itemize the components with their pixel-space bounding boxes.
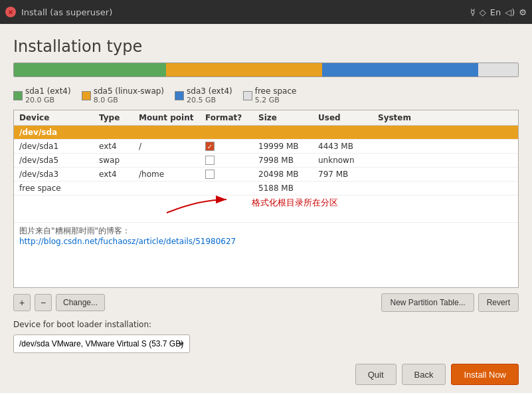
partition-table: Device Type Mount point Format? Size Use… (13, 110, 519, 288)
table-header: Device Type Mount point Format? Size Use… (14, 110, 518, 126)
row-format-cell (205, 156, 258, 165)
row-size: 7998 MB (258, 156, 318, 165)
col-type: Type (99, 113, 139, 122)
titlebar: ✕ Install (as superuser) ☿ ◇ En ◁) ⚙ (0, 0, 532, 24)
row-device: /dev/sda5 (19, 156, 99, 165)
legend-label-sda5: sda5 (linux-swap) (94, 86, 164, 96)
group-device-label: /dev/sda (19, 128, 513, 137)
table-group-header[interactable]: /dev/sda (14, 126, 518, 140)
legend-size-free: 5.2 GB (255, 96, 297, 104)
system-tray: ☿ ◇ En ◁) ⚙ (470, 7, 527, 17)
col-size: Size (258, 113, 318, 122)
disk-segment-sda5 (166, 63, 322, 76)
table-row[interactable]: /dev/sda5 swap 7998 MB unknown (14, 154, 518, 168)
add-partition-button[interactable]: + (13, 294, 31, 311)
row-type: ext4 (99, 142, 139, 151)
back-button[interactable]: Back (402, 364, 446, 385)
page-title-area: Installation type (0, 24, 532, 63)
image-credit: 图片来自"糟桐那时雨"的博客： http://blog.csdn.net/fuc… (14, 222, 518, 249)
row-used: unknown (318, 156, 378, 165)
col-format: Format? (205, 113, 258, 122)
page-title: Installation type (13, 37, 519, 56)
boot-device-select[interactable]: /dev/sda VMware, VMware Virtual S (53.7 … (13, 334, 190, 353)
credit-line1: 图片来自"糟桐那时雨"的博客： (19, 225, 513, 237)
row-mount: / (139, 142, 205, 151)
main-content: Installation type sda1 (ext4) 20.0 GB sd… (0, 24, 532, 393)
bottom-toolbar: + − Change... New Partition Table... Rev… (0, 288, 532, 317)
close-button[interactable]: ✕ (5, 7, 16, 17)
row-size: 20498 MB (258, 170, 318, 179)
disk-segment-sda1 (14, 63, 166, 76)
row-used: 797 MB (318, 170, 378, 179)
volume-icon[interactable]: ◁) (505, 7, 515, 17)
table-row[interactable]: /dev/sda1 ext4 / ✓ 19999 MB 4443 MB (14, 140, 518, 154)
legend-sda5: sda5 (linux-swap) 8.0 GB (82, 86, 164, 104)
row-format-cell (205, 170, 258, 179)
new-partition-table-button[interactable]: New Partition Table... (381, 293, 474, 312)
legend-sda3: sda3 (ext4) 20.5 GB (175, 86, 232, 104)
row-type: ext4 (99, 170, 139, 179)
disk-segment-free (478, 63, 518, 76)
quit-button[interactable]: Quit (355, 364, 397, 385)
legend-color-sda1 (13, 91, 23, 100)
table-row[interactable]: /dev/sda3 ext4 /home 20498 MB 797 MB (14, 168, 518, 182)
row-type: swap (99, 156, 139, 165)
format-checkbox-unchecked[interactable] (205, 170, 215, 179)
boot-device-label: Device for boot loader installation: (13, 320, 151, 329)
row-device: /dev/sda3 (19, 170, 99, 179)
row-format-cell: ✓ (205, 142, 258, 151)
row-size: 5188 MB (258, 184, 318, 193)
annotation-row: 格式化根目录所在分区 (14, 196, 518, 222)
install-now-button[interactable]: Install Now (451, 364, 519, 385)
close-icon: ✕ (8, 9, 13, 16)
accessibility-icon[interactable]: ☿ (470, 7, 476, 17)
disk-segment-sda3 (322, 63, 478, 76)
legend-color-sda5 (82, 91, 91, 100)
disk-legend: sda1 (ext4) 20.0 GB sda5 (linux-swap) 8.… (0, 82, 532, 107)
table-row[interactable]: free space 5188 MB (14, 182, 518, 196)
legend-label-free: free space (255, 86, 297, 96)
format-checkbox-checked[interactable]: ✓ (205, 142, 215, 151)
credit-link[interactable]: http://blog.csdn.net/fuchaosz/article/de… (19, 237, 236, 246)
legend-color-sda3 (175, 91, 184, 100)
col-system: System (378, 113, 513, 122)
legend-free: free space 5.2 GB (243, 86, 297, 104)
final-button-row: Quit Back Install Now (0, 358, 532, 393)
row-device: /dev/sda1 (19, 142, 99, 151)
keyboard-layout-icon[interactable]: En (490, 7, 501, 17)
annotation-arrow (160, 193, 240, 217)
disk-bar (13, 63, 519, 77)
window-title: Install (as superuser) (21, 7, 112, 17)
remove-partition-button[interactable]: − (35, 294, 52, 311)
legend-color-free (243, 91, 252, 100)
row-size: 19999 MB (258, 142, 318, 151)
format-checkbox-unchecked[interactable] (205, 156, 215, 165)
row-device: free space (19, 184, 99, 193)
legend-sda1: sda1 (ext4) 20.0 GB (13, 86, 71, 104)
col-used: Used (318, 113, 378, 122)
row-used: 4443 MB (318, 142, 378, 151)
boot-device-select-container: /dev/sda VMware, VMware Virtual S (53.7 … (0, 334, 532, 358)
legend-size-sda5: 8.0 GB (94, 96, 164, 104)
change-button[interactable]: Change... (56, 294, 105, 311)
row-mount: /home (139, 170, 205, 179)
annotation-text: 格式化根目录所在分区 (252, 197, 338, 209)
legend-size-sda1: 20.0 GB (25, 96, 71, 104)
legend-label-sda1: sda1 (ext4) (25, 86, 71, 96)
network-icon[interactable]: ◇ (480, 7, 486, 17)
legend-label-sda3: sda3 (ext4) (187, 86, 232, 96)
disk-bar-container (0, 63, 532, 82)
settings-icon[interactable]: ⚙ (519, 7, 527, 17)
col-mount: Mount point (139, 113, 205, 122)
col-device: Device (19, 113, 99, 122)
legend-size-sda3: 20.5 GB (187, 96, 232, 104)
boot-device-row: Device for boot loader installation: (0, 317, 532, 334)
revert-button[interactable]: Revert (478, 293, 519, 312)
